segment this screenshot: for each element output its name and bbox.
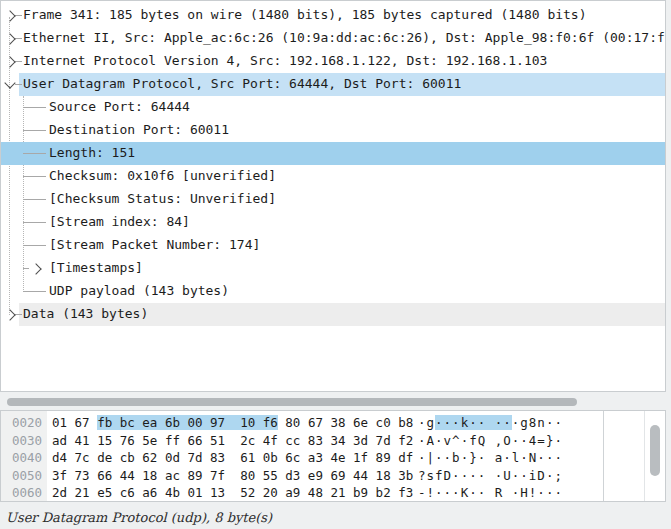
tree-connector-dash xyxy=(23,245,46,246)
hex-row[interactable]: 002001 67 fb bc ea 6b 00 97 10 f6 80 67 … xyxy=(1,414,665,431)
tree-row[interactable]: Ethernet II, Src: Apple_ac:6c:26 (10:9a:… xyxy=(1,27,665,50)
hex-bytes: 3f 73 66 44 18 ac 89 7f 80 55 d3 e9 69 4… xyxy=(52,468,413,483)
hex-ascii: ·A·v^·fQ ,O··4=}· xyxy=(418,433,563,448)
tree-connector-dash xyxy=(23,291,46,292)
hex-bytes[interactable]: ad 41 15 76 5e ff 66 51 2c 4f cc 83 34 3… xyxy=(52,433,413,448)
hex-ascii-highlight: ···k·· ·· xyxy=(435,415,512,430)
tree-row[interactable]: User Datagram Protocol, Src Port: 64444,… xyxy=(1,73,665,96)
tree-connector-dash xyxy=(23,107,46,108)
tree-row[interactable]: Checksum: 0x10f6 [unverified] xyxy=(1,165,665,188)
tree-row-label: Internet Protocol Version 4, Src: 192.16… xyxy=(23,53,547,68)
hex-ascii[interactable]: -!···K·· R ·H!··· xyxy=(418,485,563,500)
hex-offset: 0040 xyxy=(12,450,42,465)
hex-ascii: ·g8n·· xyxy=(512,415,563,430)
tree-connector-dash xyxy=(23,268,29,269)
tree-row-label: Ethernet II, Src: Apple_ac:6c:26 (10:9a:… xyxy=(23,30,665,45)
tree-connector-dash xyxy=(23,153,46,154)
tree-row[interactable]: Source Port: 64444 xyxy=(1,96,665,119)
scrollbar-separator xyxy=(644,411,645,501)
tree-connector-dash xyxy=(15,84,22,85)
chevron-right-icon[interactable] xyxy=(4,309,15,320)
tree-row-label: Data (143 bytes) xyxy=(23,306,148,321)
tree-row-label: UDP payload (143 bytes) xyxy=(49,283,229,298)
hex-bytes: 2d 21 e5 c6 a6 4b 01 13 52 20 a9 48 21 b… xyxy=(52,485,413,500)
tree-row[interactable]: [Checksum Status: Unverified] xyxy=(1,188,665,211)
hex-offset: 0060 xyxy=(12,485,42,500)
tree-connector-dash xyxy=(23,199,46,200)
status-field-info: User Datagram Protocol (udp), 8 byte(s) xyxy=(6,510,272,525)
tree-row[interactable]: Frame 341: 185 bytes on wire (1480 bits)… xyxy=(1,4,665,27)
tree-row[interactable]: Destination Port: 60011 xyxy=(1,119,665,142)
tree-row-label: [Stream Packet Number: 174] xyxy=(49,237,260,252)
hex-ascii[interactable]: ·A·v^·fQ ,O··4=}· xyxy=(418,433,563,448)
hex-bytes-highlight: fb bc ea 6b 00 97 10 f6 xyxy=(97,415,278,430)
hex-bytes: ad 41 15 76 5e ff 66 51 2c 4f cc 83 34 3… xyxy=(52,433,413,448)
tree-row-label: [Timestamps] xyxy=(49,260,143,275)
hex-bytes[interactable]: d4 7c de cb 62 0d 7d 83 61 0b 6c a3 4e 1… xyxy=(52,450,413,465)
hex-ascii: -!···K·· R ·H!··· xyxy=(418,485,563,500)
tree-row[interactable]: Data (143 bytes) xyxy=(1,303,665,326)
tree-connector-dash xyxy=(23,130,46,131)
tree-row[interactable]: [Timestamps] xyxy=(1,257,665,280)
hex-bytes[interactable]: 2d 21 e5 c6 a6 4b 01 13 52 20 a9 48 21 b… xyxy=(52,485,413,500)
chevron-right-icon[interactable] xyxy=(4,33,15,44)
tree-row-label: Length: 151 xyxy=(49,145,135,160)
packet-bytes-pane: 002001 67 fb bc ea 6b 00 97 10 f6 80 67 … xyxy=(0,410,666,502)
hex-ascii: ·g xyxy=(418,415,435,430)
hex-ascii: ·|··b·}· a·l·N··· xyxy=(418,450,563,465)
tree-row[interactable]: Length: 151 xyxy=(1,142,665,165)
hex-offset: 0050 xyxy=(12,468,42,483)
hex-ascii: ?sfD···· ·U··iD·; xyxy=(418,468,563,483)
tree-row[interactable]: Internet Protocol Version 4, Src: 192.16… xyxy=(1,50,665,73)
hex-ascii[interactable]: ·|··b·}· a·l·N··· xyxy=(418,450,563,465)
tree-row-label: Frame 341: 185 bytes on wire (1480 bits)… xyxy=(23,7,587,22)
tree-row-label: [Stream index: 84] xyxy=(49,214,190,229)
status-bar: User Datagram Protocol (udp), 8 byte(s) xyxy=(0,502,671,529)
hex-bytes: 01 67 xyxy=(52,415,97,430)
hex-bytes[interactable]: 01 67 fb bc ea 6b 00 97 10 f6 80 67 38 6… xyxy=(52,415,413,430)
vertical-scrollbar-thumb[interactable] xyxy=(650,425,660,476)
horizontal-scrollbar-thumb[interactable] xyxy=(7,398,577,406)
chevron-right-icon[interactable] xyxy=(4,10,15,21)
hex-offset: 0020 xyxy=(12,415,42,430)
hex-row[interactable]: 00503f 73 66 44 18 ac 89 7f 80 55 d3 e9 … xyxy=(1,467,665,484)
hex-bytes: d4 7c de cb 62 0d 7d 83 61 0b 6c a3 4e 1… xyxy=(52,450,413,465)
tree-row[interactable]: UDP payload (143 bytes) xyxy=(1,280,665,303)
packet-details-pane: Frame 341: 185 bytes on wire (1480 bits)… xyxy=(0,0,666,392)
tree-row-label: Checksum: 0x10f6 [unverified] xyxy=(49,168,276,183)
chevron-right-icon[interactable] xyxy=(4,56,15,67)
tree-connector-dash xyxy=(23,222,46,223)
hex-row[interactable]: 0030ad 41 15 76 5e ff 66 51 2c 4f cc 83 … xyxy=(1,432,665,449)
tree-row-label: [Checksum Status: Unverified] xyxy=(49,191,276,206)
tree-row[interactable]: [Stream index: 84] xyxy=(1,211,665,234)
hex-bytes[interactable]: 3f 73 66 44 18 ac 89 7f 80 55 d3 e9 69 4… xyxy=(52,468,413,483)
hex-row[interactable]: 00602d 21 e5 c6 a6 4b 01 13 52 20 a9 48 … xyxy=(1,484,665,501)
tree-row-label: User Datagram Protocol, Src Port: 64444,… xyxy=(23,76,461,91)
hex-ascii[interactable]: ?sfD···· ·U··iD·; xyxy=(418,468,563,483)
hex-offset: 0030 xyxy=(12,433,42,448)
hex-row[interactable]: 0040d4 7c de cb 62 0d 7d 83 61 0b 6c a3 … xyxy=(1,449,665,466)
tree-row-label: Source Port: 64444 xyxy=(49,99,190,114)
chevron-right-icon[interactable] xyxy=(30,263,41,274)
tree-row-label: Destination Port: 60011 xyxy=(49,122,229,137)
chevron-down-icon[interactable] xyxy=(4,77,15,88)
tree-connector-dash xyxy=(23,176,46,177)
tree-row[interactable]: [Stream Packet Number: 174] xyxy=(1,234,665,257)
hex-bytes: 80 67 38 6e c0 b8 xyxy=(278,415,413,430)
hex-pane-inner-border xyxy=(603,411,604,501)
hex-ascii[interactable]: ·g···k·· ···g8n·· xyxy=(418,415,563,430)
